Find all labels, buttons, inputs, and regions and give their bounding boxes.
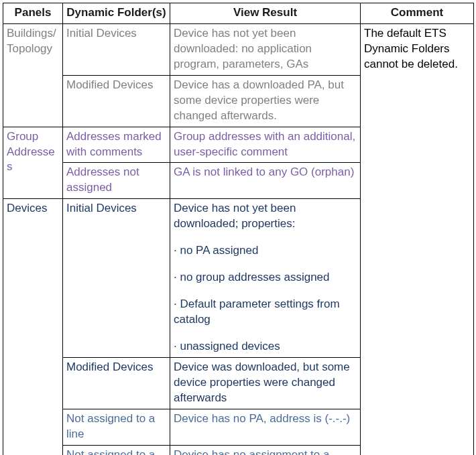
- result-bullets: · no PA assigned · no group addresses as…: [174, 243, 357, 354]
- result-cell: Device has not yet been downloaded: no a…: [170, 23, 361, 75]
- header-panels: Panels: [3, 3, 63, 24]
- folder-cell: Not assigned to a line: [63, 409, 170, 445]
- dynamic-folders-table: Panels Dynamic Folder(s) View Result Com…: [3, 3, 474, 455]
- bullet-text: no PA assigned: [180, 244, 258, 257]
- header-result: View Result: [170, 3, 361, 24]
- comment-cell: The default ETS Dynamic Folders cannot b…: [361, 23, 474, 455]
- bullet-item: · no PA assigned: [174, 243, 357, 259]
- bullet-item: · unassigned devices: [174, 339, 357, 354]
- bullet-text: Default parameter settings from catalog: [174, 298, 340, 326]
- folder-cell: Initial Devices: [63, 199, 170, 358]
- result-intro: Device has not yet been downloaded; prop…: [174, 202, 296, 230]
- result-cell: GA is not linked to any GO (orphan): [170, 163, 361, 199]
- panel-buildings-topology: Buildings/ Topology: [3, 23, 63, 127]
- result-cell: Device has not yet been downloaded; prop…: [170, 199, 361, 358]
- table-header-row: Panels Dynamic Folder(s) View Result Com…: [3, 3, 474, 24]
- bullet-item: · Default parameter settings from catalo…: [174, 297, 357, 328]
- folder-cell: Not assigned to a room / trade: [63, 445, 170, 455]
- header-comment: Comment: [361, 3, 474, 24]
- folder-cell: Addresses not assigned: [63, 163, 170, 199]
- folder-cell: Modified Devices: [63, 357, 170, 409]
- table-row: Buildings/ Topology Initial Devices Devi…: [3, 23, 474, 75]
- panel-devices: Devices: [3, 199, 63, 455]
- bullet-text: no group addresses assigned: [180, 271, 329, 283]
- header-folders: Dynamic Folder(s): [63, 3, 170, 24]
- result-cell: Device has a downloaded PA, but some dev…: [170, 75, 361, 127]
- bullet-item: · no group addresses assigned: [174, 270, 357, 285]
- result-cell: Device was downloaded, but some device p…: [170, 357, 361, 409]
- result-cell: Device has no assignment to a room or tr…: [170, 445, 361, 455]
- result-cell: Device has no PA, address is (-.-.-): [170, 409, 361, 445]
- panel-group-addresses: Group Addresses: [3, 127, 63, 199]
- folder-cell: Addresses marked with comments: [63, 127, 170, 163]
- folder-cell: Modified Devices: [63, 75, 170, 127]
- bullet-text: unassigned devices: [180, 340, 280, 352]
- folder-cell: Initial Devices: [63, 23, 170, 75]
- result-cell: Group addresses with an additional, user…: [170, 127, 361, 163]
